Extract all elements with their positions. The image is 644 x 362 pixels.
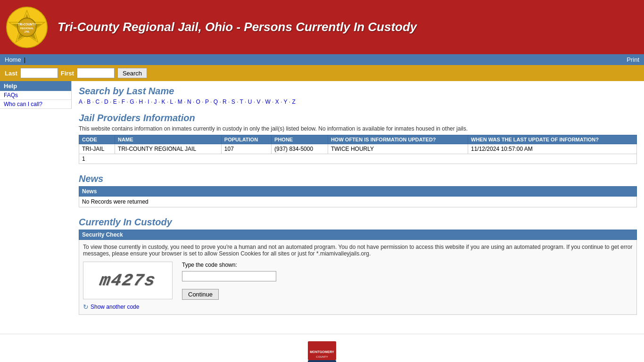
alpha-W[interactable]: W xyxy=(265,99,270,105)
agency-logo: TRI-COUNTY REGIONAL JAIL xyxy=(6,6,48,49)
alpha-O[interactable]: O xyxy=(196,99,200,105)
jail-providers-title: Jail Providers Information xyxy=(79,113,637,123)
news-title: News xyxy=(79,173,637,184)
svg-text:MONTGOMERY: MONTGOMERY xyxy=(310,350,334,354)
print-link[interactable]: Print xyxy=(627,56,639,63)
search-button[interactable]: Search xyxy=(117,68,147,78)
first-name-label: First xyxy=(61,70,74,77)
alpha-H[interactable]: H xyxy=(139,99,143,105)
security-desc: To view those currently in custody, you … xyxy=(83,244,633,257)
news-section: News News No Records were returned xyxy=(79,173,637,207)
sidebar-help-heading: Help xyxy=(0,81,71,91)
alpha-S[interactable]: S xyxy=(231,99,235,105)
show-another-code[interactable]: ↻ Show another code xyxy=(83,303,173,311)
sidebar-faqs-item[interactable]: FAQs xyxy=(0,91,71,100)
captcha-input[interactable] xyxy=(182,271,276,281)
alpha-T[interactable]: T xyxy=(240,99,243,105)
sidebar: Help FAQs Who can I call? xyxy=(0,81,72,109)
jail-providers-desc: This website contains information on inm… xyxy=(79,125,637,132)
show-another-link[interactable]: Show another code xyxy=(91,304,139,310)
search-section-title: Search by Last Name xyxy=(79,86,637,97)
captcha-display-text: m427s xyxy=(98,271,157,290)
navbar: Home | Print xyxy=(0,54,644,65)
continue-button[interactable]: Continue xyxy=(182,289,219,300)
page-header: TRI-COUNTY REGIONAL JAIL Tri-County Regi… xyxy=(0,0,644,54)
page-title: Tri-County Regional Jail, Ohio - Persons… xyxy=(58,20,417,34)
svg-text:TRI-COUNTY: TRI-COUNTY xyxy=(18,23,37,26)
footer: MONTGOMERY COUNTY OHIO ©2001- 2024 Board… xyxy=(0,334,644,362)
navbar-separator: | xyxy=(24,56,25,63)
security-check-header: Security Check xyxy=(79,230,637,240)
col-header-name: NAME xyxy=(115,135,222,144)
captcha-label: Type the code shown: xyxy=(182,262,276,268)
table-row: 1 xyxy=(79,154,637,164)
alpha-N[interactable]: N xyxy=(187,99,191,105)
whocani-link[interactable]: Who can I call? xyxy=(4,101,42,107)
news-body: No Records were returned xyxy=(79,197,637,207)
alpha-Q[interactable]: Q xyxy=(214,99,218,105)
jail-providers-section: Jail Providers Information This website … xyxy=(79,113,637,164)
search-by-lastname-section: Search by Last Name A · B · C · D · E · … xyxy=(79,86,637,105)
custody-section: Currently In Custody Security Check To v… xyxy=(79,217,637,315)
col-header-code: CODE xyxy=(79,135,115,144)
alpha-X[interactable]: X xyxy=(275,99,279,105)
alpha-D[interactable]: D xyxy=(104,99,108,105)
captcha-area: m427s ↻ Show another code Type the code … xyxy=(83,262,633,311)
table-row: TRI-JAILTRI-COUNTY REGIONAL JAIL107(937)… xyxy=(79,144,637,154)
content-layout: Help FAQs Who can I call? Search by Last… xyxy=(0,81,644,329)
custody-title: Currently In Custody xyxy=(79,217,637,228)
alphabet-nav: A · B · C · D · E · F · G · H · I · J · … xyxy=(79,99,637,105)
sidebar-whocani-item[interactable]: Who can I call? xyxy=(0,100,71,109)
captcha-image: m427s xyxy=(83,262,173,299)
svg-text:JAIL: JAIL xyxy=(24,30,30,33)
footer-logo: MONTGOMERY COUNTY OHIO xyxy=(7,341,637,362)
svg-text:COUNTY: COUNTY xyxy=(316,355,328,358)
col-header-update-freq: HOW OFTEN IS INFORMATION UPDATED? xyxy=(328,135,468,144)
alpha-C[interactable]: C xyxy=(95,99,99,105)
col-header-last-update: WHEN WAS THE LAST UPDATE OF INFORMATION? xyxy=(468,135,637,144)
alpha-K[interactable]: K xyxy=(162,99,165,105)
col-header-population: POPULATION xyxy=(221,135,271,144)
svg-rect-9 xyxy=(308,360,336,362)
main-content: Search by Last Name A · B · C · D · E · … xyxy=(72,81,644,329)
captcha-form: Type the code shown: Continue xyxy=(182,262,276,300)
security-body: To view those currently in custody, you … xyxy=(79,240,637,315)
alpha-Z[interactable]: Z xyxy=(292,99,295,105)
col-header-phone: PHONE xyxy=(272,135,328,144)
news-header: News xyxy=(79,186,637,197)
svg-text:REGIONAL: REGIONAL xyxy=(20,26,34,29)
refresh-icon: ↻ xyxy=(83,303,89,311)
faqs-link[interactable]: FAQs xyxy=(4,92,18,99)
home-link[interactable]: Home xyxy=(5,56,21,63)
alpha-R[interactable]: R xyxy=(223,99,227,105)
alpha-M[interactable]: M xyxy=(178,99,182,105)
search-bar: Last First Search xyxy=(0,65,644,81)
alpha-E[interactable]: E xyxy=(113,99,117,105)
alpha-P[interactable]: P xyxy=(205,99,209,105)
last-name-label: Last xyxy=(5,70,17,77)
jail-providers-table: CODE NAME POPULATION PHONE HOW OFTEN IS … xyxy=(79,135,637,164)
first-name-input[interactable] xyxy=(77,68,115,78)
alpha-G[interactable]: G xyxy=(130,99,134,105)
last-name-input[interactable] xyxy=(20,68,58,78)
